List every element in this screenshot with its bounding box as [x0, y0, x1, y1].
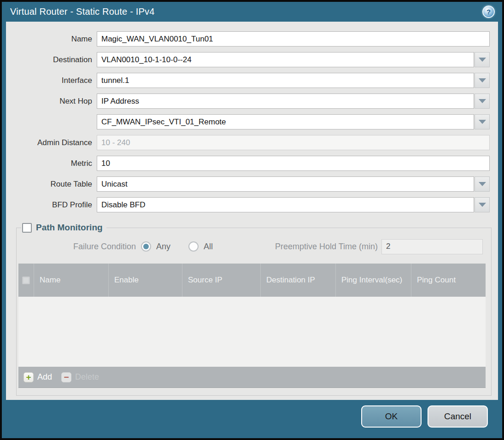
interface-label: Interface	[6, 76, 97, 85]
form-row-name: Name	[6, 31, 490, 47]
preemptive-hold-time-input[interactable]	[381, 239, 483, 254]
admin-distance-label: Admin Distance	[6, 138, 97, 147]
column-header-ping-interval[interactable]: Ping Interval(sec)	[335, 264, 411, 297]
table-toolbar: + Add − Delete	[18, 367, 486, 388]
path-monitoring-title: Path Monitoring	[36, 223, 103, 233]
delete-button-label: Delete	[75, 372, 99, 382]
cancel-button[interactable]: Cancel	[428, 405, 488, 428]
form-row-bfd-profile: BFD Profile	[6, 197, 490, 212]
path-monitoring-checkbox[interactable]	[22, 223, 32, 233]
form-row-metric: Metric	[6, 156, 490, 171]
form-row-next-hop: Next Hop	[6, 94, 490, 109]
column-header-ping-count[interactable]: Ping Count	[411, 264, 486, 297]
form-row-interface: Interface	[6, 73, 490, 88]
name-label: Name	[6, 35, 97, 44]
form-row-next-hop-value	[6, 114, 490, 129]
bfd-profile-label: BFD Profile	[6, 200, 97, 210]
delete-button[interactable]: − Delete	[61, 372, 99, 382]
destination-dropdown-button[interactable]	[475, 52, 490, 67]
static-route-dialog: Virtual Router - Static Route - IPv4 ? N…	[0, 0, 504, 440]
next-hop-address-dropdown-button[interactable]	[475, 114, 490, 129]
metric-input[interactable]	[97, 156, 490, 171]
column-header-destination-ip[interactable]: Destination IP	[260, 264, 335, 297]
column-header-source-ip[interactable]: Source IP	[182, 264, 260, 297]
bfd-profile-dropdown-button[interactable]	[475, 197, 490, 212]
chevron-down-icon	[479, 99, 486, 103]
failure-condition-all-label: All	[204, 242, 213, 252]
chevron-down-icon	[479, 182, 486, 186]
preemptive-hold-time-label: Preemptive Hold Time (min)	[275, 242, 381, 252]
dialog-title: Virtual Router - Static Route - IPv4	[10, 6, 155, 17]
form-row-admin-distance: Admin Distance	[6, 135, 490, 150]
chevron-down-icon	[479, 203, 486, 207]
dialog-footer: OK Cancel	[2, 400, 502, 438]
table-body-empty	[18, 297, 486, 367]
minus-icon: −	[61, 372, 71, 382]
select-all-checkbox[interactable]	[22, 276, 30, 284]
chevron-down-icon	[479, 78, 486, 82]
name-input[interactable]	[97, 31, 490, 47]
bfd-profile-input[interactable]	[97, 197, 474, 212]
form-row-destination: Destination	[6, 52, 490, 67]
admin-distance-input[interactable]	[97, 135, 490, 150]
interface-dropdown-button[interactable]	[475, 73, 490, 88]
path-monitoring-section: Path Monitoring Failure Condition Any Al…	[16, 223, 492, 396]
next-hop-label: Next Hop	[6, 97, 97, 106]
radio-selected-dot	[143, 244, 149, 249]
plus-icon: +	[23, 372, 34, 382]
failure-condition-any-label: Any	[156, 242, 170, 252]
path-monitoring-table: Name Enable Source IP Destination IP Pin…	[18, 264, 486, 388]
ok-button[interactable]: OK	[361, 405, 422, 428]
table-header-row: Name Enable Source IP Destination IP Pin…	[18, 264, 486, 297]
next-hop-type-dropdown-button[interactable]	[475, 94, 490, 109]
next-hop-address-input[interactable]	[97, 114, 474, 129]
add-button-label: Add	[37, 372, 52, 382]
destination-input[interactable]	[97, 52, 474, 67]
metric-label: Metric	[6, 159, 97, 168]
route-table-label: Route Table	[6, 180, 97, 189]
chevron-down-icon	[479, 120, 486, 124]
failure-condition-row: Failure Condition Any All Preemptive Hol…	[18, 238, 486, 255]
dialog-titlebar: Virtual Router - Static Route - IPv4 ?	[2, 2, 502, 22]
column-header-enable[interactable]: Enable	[108, 264, 182, 297]
add-button[interactable]: + Add	[23, 372, 52, 382]
failure-condition-all-radio[interactable]	[188, 241, 199, 252]
failure-condition-label: Failure Condition	[18, 242, 141, 252]
table-header-checkbox-cell	[18, 264, 34, 297]
failure-condition-any-radio[interactable]	[141, 241, 151, 252]
help-icon[interactable]: ?	[482, 6, 495, 18]
path-monitoring-legend: Path Monitoring	[21, 223, 106, 233]
dialog-frame: Virtual Router - Static Route - IPv4 ? N…	[2, 2, 502, 438]
dialog-body: Name Destination Interface	[6, 22, 498, 400]
route-table-input[interactable]	[97, 176, 474, 192]
destination-label: Destination	[6, 55, 97, 65]
chevron-down-icon	[479, 58, 486, 62]
route-table-dropdown-button[interactable]	[475, 176, 490, 192]
interface-input[interactable]	[97, 73, 474, 88]
form-row-route-table: Route Table	[6, 176, 490, 192]
column-header-name[interactable]: Name	[34, 264, 108, 297]
next-hop-type-input[interactable]	[97, 94, 474, 109]
